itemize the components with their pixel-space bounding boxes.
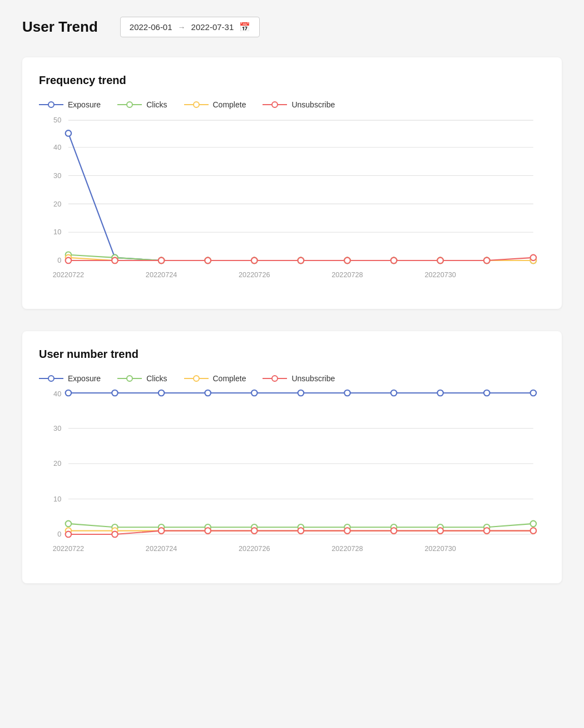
page-header: User Trend 2022-06-01 → 2022-07-31 📅 — [22, 17, 562, 37]
unsubscribe-dot-2 — [112, 258, 118, 264]
user-number-trend-title: User number trend — [39, 348, 545, 361]
u-unsub-dot-1 — [66, 532, 72, 538]
legend-unsubscribe-icon — [263, 101, 287, 108]
legend-clicks-icon — [117, 101, 142, 108]
user-number-trend-legend: Exposure Clicks Complete Unsu — [39, 374, 545, 383]
legend2-complete-label: Complete — [213, 374, 246, 383]
u-unsub-dot-3 — [159, 528, 165, 534]
u-exposure-dot-1 — [66, 390, 72, 396]
legend2-complete: Complete — [184, 374, 246, 383]
unsubscribe-dot-3 — [159, 258, 165, 264]
y-label-0: 0 — [57, 257, 61, 264]
user-number-trend-section: User number trend Exposure Clicks — [22, 331, 562, 583]
u-exposure-dot-11 — [531, 390, 537, 396]
legend-clicks-label: Clicks — [146, 100, 167, 109]
legend2-exposure-icon — [39, 375, 63, 382]
x-label-0728: 20220728 — [331, 271, 363, 279]
x2-label-0726: 20220726 — [239, 545, 270, 553]
u-exposure-dot-4 — [205, 390, 211, 396]
unsubscribe-dot-4 — [205, 258, 211, 264]
unsubscribe-dot-1 — [66, 258, 72, 264]
legend2-exposure: Exposure — [39, 374, 101, 383]
legend2-exposure-label: Exposure — [68, 374, 101, 383]
legend-unsubscribe-label: Unsubscribe — [291, 100, 335, 109]
legend-exposure-icon — [39, 101, 63, 108]
legend-clicks: Clicks — [117, 100, 167, 109]
legend2-clicks-label: Clicks — [146, 374, 167, 383]
legend-complete: Complete — [184, 100, 246, 109]
u-exposure-dot-8 — [391, 390, 397, 396]
u-clicks-dot-11 — [531, 521, 537, 527]
u-exposure-dot-6 — [298, 390, 304, 396]
y-label-40: 40 — [53, 144, 61, 151]
frequency-trend-legend: Exposure Clicks Complete Unsu — [39, 100, 545, 109]
frequency-trend-section: Frequency trend Exposure Clicks — [22, 57, 562, 309]
legend-complete-label: Complete — [213, 100, 246, 109]
frequency-trend-svg: 0 10 20 30 40 50 20220722 20220724 20220… — [39, 119, 545, 296]
u-unsub-dot-6 — [298, 528, 304, 534]
x2-label-0722: 20220722 — [53, 545, 84, 553]
user-number-trend-svg: 0 10 20 30 40 20220722 20220724 20220726… — [39, 393, 545, 569]
u-unsub-dot-11 — [531, 528, 537, 534]
u-unsub-dot-10 — [484, 528, 490, 534]
y2-label-0: 0 — [57, 531, 61, 539]
legend2-clicks-icon — [117, 375, 142, 382]
unsubscribe-dot-10 — [484, 258, 490, 264]
page-title: User Trend — [22, 18, 98, 36]
u-clicks-dot-1 — [66, 521, 72, 527]
user-number-trend-chart: 0 10 20 30 40 20220722 20220724 20220726… — [39, 393, 545, 572]
u-unsub-dot-4 — [205, 528, 211, 534]
unsubscribe-dot-5 — [251, 258, 258, 264]
unsubscribe-dot-11 — [531, 255, 537, 261]
frequency-trend-title: Frequency trend — [39, 74, 545, 87]
legend-exposure: Exposure — [39, 100, 101, 109]
x-label-0724: 20220724 — [146, 271, 177, 279]
legend-exposure-label: Exposure — [68, 100, 101, 109]
x2-label-0730: 20220730 — [424, 545, 456, 553]
u-exposure-dot-3 — [159, 390, 165, 396]
y-label-20: 20 — [53, 200, 61, 208]
frequency-trend-chart: 0 10 20 30 40 50 20220722 20220724 20220… — [39, 119, 545, 298]
legend2-complete-icon — [184, 375, 209, 382]
legend-unsubscribe: Unsubscribe — [263, 100, 335, 109]
legend2-unsubscribe-label: Unsubscribe — [291, 374, 335, 383]
y2-label-20: 20 — [53, 460, 61, 468]
date-start: 2022-06-01 — [130, 22, 172, 32]
y2-label-30: 30 — [53, 425, 61, 432]
x-label-0722: 20220722 — [53, 271, 84, 279]
u-exposure-dot-2 — [112, 390, 118, 396]
legend2-unsubscribe: Unsubscribe — [263, 374, 335, 383]
u-unsub-dot-2 — [112, 532, 118, 538]
u-exposure-dot-7 — [344, 390, 350, 396]
date-range-picker[interactable]: 2022-06-01 → 2022-07-31 📅 — [120, 17, 260, 37]
u-exposure-dot-10 — [484, 390, 490, 396]
u-unsub-dot-8 — [391, 528, 397, 534]
y2-label-40: 40 — [53, 391, 61, 399]
u-exposure-dot-5 — [251, 390, 258, 396]
x2-label-0724: 20220724 — [146, 545, 177, 553]
legend2-clicks: Clicks — [117, 374, 167, 383]
y-label-10: 10 — [53, 228, 61, 236]
legend2-unsubscribe-icon — [263, 375, 287, 382]
y-label-50: 50 — [53, 116, 61, 124]
calendar-icon[interactable]: 📅 — [239, 22, 250, 32]
unsubscribe-dot-8 — [391, 258, 397, 264]
u-unsub-dot-7 — [344, 528, 350, 534]
y2-label-10: 10 — [53, 495, 61, 503]
legend-complete-icon — [184, 101, 209, 108]
exposure-dot-1 — [66, 130, 72, 136]
x-label-0726: 20220726 — [239, 271, 270, 279]
unsubscribe-dot-9 — [437, 258, 443, 264]
u-unsub-dot-5 — [251, 528, 258, 534]
exposure-line-freq — [68, 133, 533, 260]
x2-label-0728: 20220728 — [331, 545, 363, 553]
unsubscribe-dot-7 — [344, 258, 350, 264]
y-label-30: 30 — [53, 172, 61, 180]
u-exposure-dot-9 — [437, 390, 443, 396]
x-label-0730: 20220730 — [424, 271, 456, 279]
u-unsub-dot-9 — [437, 528, 443, 534]
unsubscribe-dot-6 — [298, 258, 304, 264]
date-arrow: → — [178, 23, 186, 32]
date-end: 2022-07-31 — [191, 22, 234, 32]
